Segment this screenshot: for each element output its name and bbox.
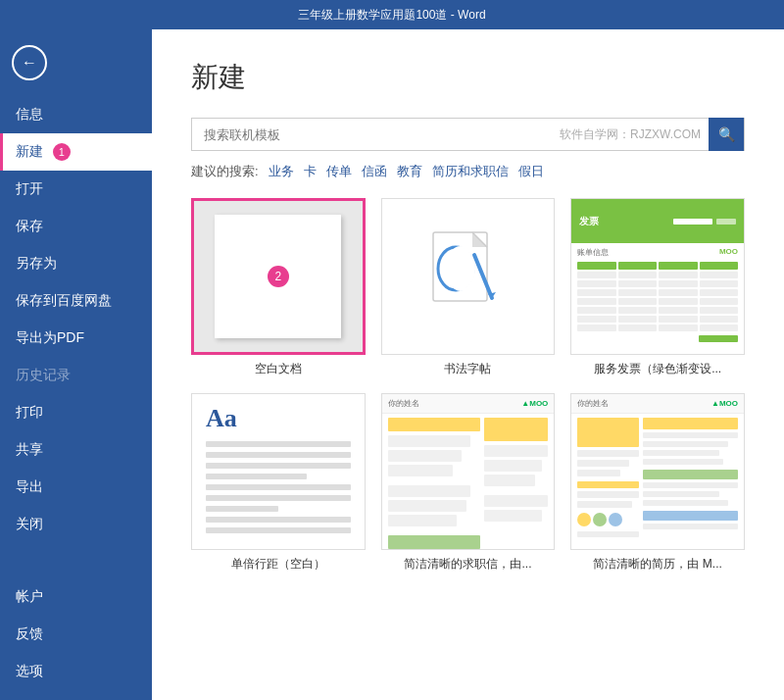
suggested-tag-resume[interactable]: 简历和求职信	[432, 163, 509, 180]
resume1-right	[484, 418, 548, 550]
template-label-calligraphy: 书法字帖	[381, 361, 556, 377]
main-content: 新建 软件自学网：RJZXW.COM 🔍 建议的搜索: 业务 卡 传单 信函 教…	[152, 29, 784, 700]
suggested-tag-card[interactable]: 卡	[304, 163, 317, 180]
template-label-blank: 空白文档	[191, 361, 366, 377]
sidebar-item-new[interactable]: 新建 1	[0, 133, 152, 171]
invoice-header-text: 发票	[579, 215, 599, 228]
suggested-tag-holiday[interactable]: 假日	[518, 163, 544, 180]
search-button[interactable]: 🔍	[709, 118, 744, 151]
template-resume1[interactable]: 你的姓名 ▲MOO	[381, 393, 556, 573]
search-bar: 软件自学网：RJZXW.COM 🔍	[191, 118, 745, 151]
single-line-6	[206, 495, 351, 501]
sidebar-item-share[interactable]: 共享	[0, 431, 152, 469]
search-watermark: 软件自学网：RJZXW.COM	[560, 126, 709, 143]
template-thumb-invoice: 发票 账单信息 MOO	[570, 198, 745, 355]
sidebar-item-pdf[interactable]: 导出为PDF	[0, 320, 152, 357]
single-line-4	[206, 474, 307, 479]
sidebar-item-history[interactable]: 历史记录	[0, 357, 152, 394]
template-thumb-blank: 2	[191, 198, 366, 355]
svg-point-2	[447, 247, 474, 290]
template-invoice[interactable]: 发票 账单信息 MOO	[570, 198, 745, 377]
template-thumb-single: Aa	[191, 393, 366, 550]
single-aa: Aa	[206, 404, 351, 433]
sidebar-bottom: 帐户 反馈 选项	[0, 578, 152, 700]
title-bar: 三年级上册数学应用题100道 - Word	[0, 0, 784, 29]
page-title: 新建	[191, 59, 745, 96]
sidebar-item-options[interactable]: 选项	[0, 653, 152, 690]
single-line-7	[206, 506, 278, 512]
sidebar-item-baidu[interactable]: 保存到百度网盘	[0, 282, 152, 320]
single-line-1	[206, 441, 351, 447]
search-input[interactable]	[192, 127, 560, 142]
resume1-body	[382, 414, 555, 550]
resume2-left	[577, 418, 638, 537]
sidebar-item-saveas[interactable]: 另存为	[0, 245, 152, 282]
suggested-row: 建议的搜索: 业务 卡 传单 信函 教育 简历和求职信 假日	[191, 163, 745, 180]
template-thumb-resume1: 你的姓名 ▲MOO	[381, 393, 556, 550]
moo-badge-2: ▲MOO	[711, 399, 738, 408]
blank-badge: 2	[268, 266, 289, 287]
single-lines	[206, 441, 351, 533]
resume2-right	[643, 418, 738, 537]
invoice-header: 发票	[571, 199, 744, 243]
template-resume2[interactable]: 你的姓名 ▲MOO	[570, 393, 745, 573]
blank-paper: 2	[215, 215, 341, 338]
single-line-5	[206, 484, 351, 490]
single-line-8	[206, 517, 351, 523]
invoice-table	[577, 262, 738, 331]
suggested-tag-letter[interactable]: 信函	[362, 163, 387, 180]
invoice-body: 账单信息 MOO	[571, 243, 744, 346]
calligraphy-svg	[423, 227, 512, 325]
template-label-resume1: 简洁清晰的求职信，由...	[381, 556, 556, 573]
sidebar: ← 信息 新建 1 打开 保存 另存为 保存到百度网盘 导出为PDF 历史记录 …	[0, 29, 152, 700]
template-single[interactable]: Aa 单倍行距（空白）	[191, 393, 366, 573]
template-thumb-calligraphy	[381, 198, 556, 355]
sidebar-item-account[interactable]: 帐户	[0, 578, 152, 616]
sidebar-item-close[interactable]: 关闭	[0, 506, 152, 543]
sidebar-spacer	[0, 543, 152, 578]
sidebar-item-info[interactable]: 信息	[0, 96, 152, 133]
template-label-single: 单倍行距（空白）	[191, 556, 366, 573]
template-label-resume2: 简洁清晰的简历，由 M...	[570, 556, 745, 573]
sidebar-item-feedback[interactable]: 反馈	[0, 616, 152, 653]
single-line-2	[206, 452, 351, 458]
templates-grid: 2 空白文档	[191, 198, 745, 573]
search-icon: 🔍	[718, 126, 735, 142]
template-label-invoice: 服务发票（绿色渐变设...	[570, 361, 745, 377]
suggested-tag-education[interactable]: 教育	[397, 163, 422, 180]
suggested-tag-business[interactable]: 业务	[269, 163, 294, 180]
template-blank[interactable]: 2 空白文档	[191, 198, 366, 377]
suggested-tag-flyer[interactable]: 传单	[326, 163, 352, 180]
sidebar-item-save[interactable]: 保存	[0, 208, 152, 245]
resume2-name: 你的姓名	[577, 398, 609, 409]
title-text: 三年级上册数学应用题100道 - Word	[298, 7, 485, 24]
sidebar-item-print[interactable]: 打印	[0, 394, 152, 431]
suggested-label: 建议的搜索:	[191, 163, 259, 180]
new-badge: 1	[53, 143, 71, 161]
template-calligraphy[interactable]: 书法字帖	[381, 198, 556, 377]
resume2-header: 你的姓名 ▲MOO	[571, 394, 744, 414]
resume1-left	[388, 418, 480, 550]
back-button[interactable]: ←	[12, 45, 47, 80]
single-line-3	[206, 463, 351, 469]
app-container: ← 信息 新建 1 打开 保存 另存为 保存到百度网盘 导出为PDF 历史记录 …	[0, 29, 784, 700]
back-icon: ←	[22, 54, 37, 72]
resume1-name: 你的姓名	[388, 398, 419, 409]
resume1-header: 你的姓名 ▲MOO	[382, 394, 555, 414]
template-thumb-resume2: 你的姓名 ▲MOO	[570, 393, 745, 550]
moo-badge-1: ▲MOO	[521, 399, 548, 408]
sidebar-item-open[interactable]: 打开	[0, 171, 152, 208]
resume2-emoji-row	[577, 513, 638, 526]
resume2-body	[571, 414, 744, 541]
sidebar-item-export[interactable]: 导出	[0, 469, 152, 506]
single-line-9	[206, 527, 351, 533]
